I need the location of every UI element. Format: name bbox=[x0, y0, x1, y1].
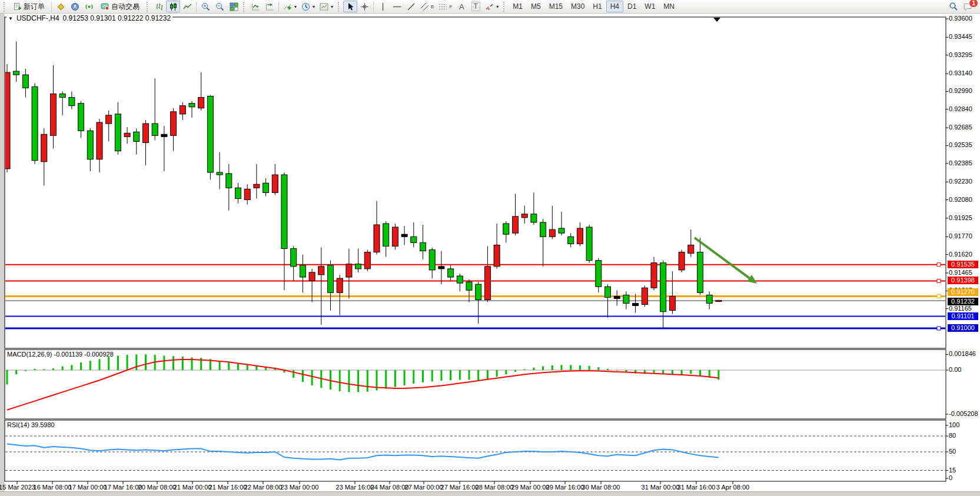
window-bottom-strip bbox=[0, 491, 980, 496]
candle-body bbox=[14, 71, 19, 75]
line-handle[interactable] bbox=[937, 294, 941, 298]
chevron-down-icon: ▾ bbox=[294, 4, 297, 9]
search-button[interactable] bbox=[946, 1, 961, 12]
rsi-indicator-label: RSI(14) 39.5980 bbox=[7, 421, 55, 428]
chart-candles-button[interactable] bbox=[166, 1, 180, 12]
chart-bars-button[interactable] bbox=[152, 1, 166, 12]
timeframe-m15[interactable]: M15 bbox=[545, 1, 567, 12]
macd-bar bbox=[422, 370, 424, 382]
fibonacci-button[interactable]: F bbox=[436, 1, 454, 12]
metaeditor-button[interactable] bbox=[54, 1, 68, 12]
horizontal-line-icon bbox=[393, 2, 401, 11]
tile-windows-button[interactable] bbox=[227, 1, 241, 12]
auto-scroll-icon bbox=[251, 2, 260, 11]
timeframe-d1[interactable]: D1 bbox=[623, 1, 640, 12]
chevron-down-icon: ▾ bbox=[331, 4, 333, 9]
candle-body bbox=[374, 225, 380, 252]
line-handle[interactable] bbox=[937, 263, 941, 267]
candle-body bbox=[207, 96, 213, 172]
timeframe-h4[interactable]: H4 bbox=[606, 1, 623, 12]
macd-bar bbox=[496, 370, 498, 377]
text-button[interactable]: A bbox=[454, 1, 469, 12]
macd-bar bbox=[607, 369, 609, 370]
candle-body bbox=[448, 269, 454, 277]
vertical-line-button[interactable] bbox=[376, 1, 390, 12]
toolbar-grip[interactable] bbox=[147, 2, 150, 12]
cursor-icon bbox=[346, 2, 355, 11]
candle-body bbox=[309, 272, 315, 281]
chart-canvas[interactable] bbox=[0, 0, 980, 496]
macd-bar bbox=[163, 356, 165, 370]
macd-bar bbox=[25, 370, 26, 371]
candle-body bbox=[476, 284, 481, 299]
auto-scroll-button[interactable] bbox=[248, 1, 263, 12]
channel-glyph: E bbox=[431, 4, 434, 9]
macd-bar bbox=[339, 370, 341, 391]
line-handle[interactable] bbox=[937, 279, 941, 282]
trendline-button[interactable] bbox=[404, 1, 418, 12]
templates-button[interactable]: ▾ bbox=[317, 1, 335, 12]
notifications-button[interactable]: 1 bbox=[961, 1, 975, 12]
chart-shift-marker[interactable] bbox=[713, 18, 720, 22]
macd-bar bbox=[505, 370, 507, 374]
macd-bar bbox=[533, 368, 534, 370]
candle-body bbox=[651, 263, 657, 288]
indicators-button[interactable]: ▾ bbox=[281, 1, 299, 12]
candle-body bbox=[272, 175, 278, 192]
chart-line-button[interactable] bbox=[180, 1, 194, 12]
candle-body bbox=[392, 227, 398, 246]
candle-body bbox=[401, 234, 407, 237]
toolbar-grip[interactable] bbox=[243, 2, 246, 12]
chart-dropdown-icon[interactable]: ▼ bbox=[8, 16, 13, 21]
zoom-out-button[interactable] bbox=[212, 1, 227, 12]
toolbar-grip[interactable] bbox=[4, 2, 6, 12]
timeframe-mn[interactable]: MN bbox=[659, 1, 679, 12]
chart-symbol-period: USDCHF-,H4 bbox=[16, 14, 59, 22]
toolbar-grip[interactable] bbox=[338, 2, 341, 12]
text-label-icon: T bbox=[471, 2, 480, 11]
macd-bar bbox=[6, 370, 8, 384]
new-order-button[interactable]: 新订单 bbox=[9, 1, 49, 12]
strategy-tester-button[interactable] bbox=[68, 1, 82, 12]
signals-button[interactable] bbox=[82, 1, 96, 12]
equidistant-channel-button[interactable]: E bbox=[418, 1, 436, 12]
candle-body bbox=[87, 131, 93, 159]
timeframe-m5[interactable]: M5 bbox=[527, 1, 545, 12]
candle-body bbox=[318, 267, 324, 275]
macd-signal-line bbox=[7, 359, 719, 410]
timeframe-h1[interactable]: H1 bbox=[589, 1, 606, 12]
crosshair-button[interactable] bbox=[357, 1, 371, 12]
macd-bar bbox=[385, 370, 387, 389]
macd-bar bbox=[357, 370, 359, 392]
rsi-pane[interactable] bbox=[5, 420, 946, 481]
chart-shift-button[interactable] bbox=[263, 1, 277, 12]
timeframe-m30[interactable]: M30 bbox=[567, 1, 589, 12]
periods-button[interactable]: ▾ bbox=[299, 1, 317, 12]
candle-body bbox=[115, 114, 121, 151]
timeframe-m1[interactable]: M1 bbox=[509, 1, 527, 12]
candle-body bbox=[300, 265, 305, 277]
arrows-button[interactable]: ▾ bbox=[483, 1, 501, 12]
macd-bar bbox=[89, 361, 91, 370]
autotrading-icon bbox=[101, 2, 109, 11]
candle-body bbox=[32, 86, 38, 160]
line-handle[interactable] bbox=[937, 327, 941, 330]
text-label-button[interactable]: T bbox=[469, 1, 483, 12]
candle-body bbox=[577, 228, 583, 244]
chart-shift-icon bbox=[265, 2, 274, 11]
crosshair-icon bbox=[360, 2, 369, 11]
zoom-out-icon bbox=[215, 2, 224, 11]
cursor-button[interactable] bbox=[343, 1, 357, 12]
candle-body bbox=[226, 174, 232, 188]
autotrading-button[interactable]: 自动交易 bbox=[96, 1, 144, 12]
candle-body bbox=[531, 214, 537, 222]
horizontal-line-button[interactable] bbox=[390, 1, 404, 12]
timeframe-w1[interactable]: W1 bbox=[640, 1, 659, 12]
macd-bar bbox=[43, 369, 45, 370]
trendline-icon bbox=[407, 2, 416, 11]
zoom-in-button[interactable] bbox=[198, 1, 212, 12]
macd-bar bbox=[367, 370, 368, 392]
macd-bar bbox=[616, 370, 618, 371]
toolbar-grip[interactable] bbox=[503, 2, 506, 12]
candle-body bbox=[180, 106, 185, 114]
